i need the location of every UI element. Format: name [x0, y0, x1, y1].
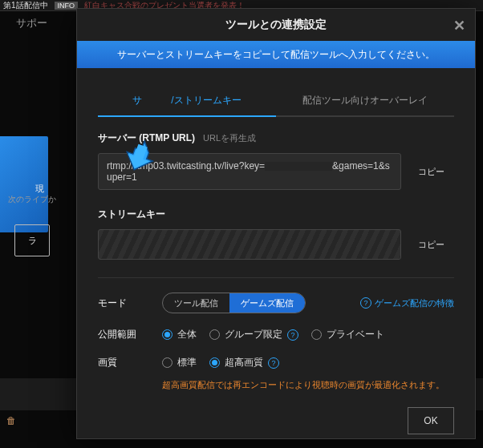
games-help-text: ゲームズ配信の特徴: [375, 297, 454, 309]
quality-high[interactable]: 超高画質?: [209, 356, 279, 369]
scope-public[interactable]: 全体: [162, 328, 197, 341]
games-help-link[interactable]: ? ゲームズ配信の特徴: [360, 297, 454, 309]
copy-server-button[interactable]: コピー: [408, 153, 454, 190]
quality-standard[interactable]: 標準: [162, 356, 197, 369]
server-label: サーバー (RTMP URL): [98, 131, 195, 145]
ok-button[interactable]: OK: [408, 407, 454, 434]
bg-heading: サポー: [16, 16, 47, 30]
tab-overlay[interactable]: 配信ツール向けオーバーレイ: [276, 86, 454, 117]
quality-label: 画質: [98, 356, 162, 369]
streamkey-section: ストリームキー: [98, 208, 454, 221]
modal-info-banner: サーバーとストリームキーをコピーして配信ツールへ入力してください。: [77, 41, 475, 68]
help-icon: ?: [360, 297, 371, 309]
trash-icon[interactable]: 🗑: [6, 415, 16, 426]
tab-stream-key[interactable]: サ /ストリームキー: [98, 86, 276, 117]
bg-side-button[interactable]: ラ: [14, 224, 50, 256]
server-section: サーバー (RTMP URL) URLを再生成: [98, 131, 454, 145]
banner-live: 第1話配信中: [3, 0, 48, 11]
copy-streamkey-button[interactable]: コピー: [408, 229, 454, 260]
tab-bar: サ /ストリームキー 配信ツール向けオーバーレイ: [98, 86, 454, 117]
redacted-key: [308, 162, 332, 171]
server-url-field[interactable]: rtmp://rtmp03.twitcasting.tv/live?key=&g…: [98, 153, 401, 190]
modal-title-bar: ツールとの連携設定 ✕: [77, 9, 475, 41]
info-tag: INFO: [55, 2, 79, 10]
streamkey-field[interactable]: [98, 229, 401, 260]
help-icon[interactable]: ?: [268, 357, 279, 369]
redacted-key: [265, 162, 308, 171]
scope-label: 公開範囲: [98, 328, 162, 341]
help-icon[interactable]: ?: [287, 329, 298, 341]
mode-label: モード: [98, 297, 162, 310]
mode-toggle: ツール配信 ゲームズ配信: [162, 293, 306, 313]
quality-note: 超高画質配信では再エンコードにより視聴時の画質が最適化されます。: [162, 379, 454, 391]
scope-private[interactable]: プライベート: [311, 328, 384, 341]
mode-games[interactable]: ゲームズ配信: [229, 293, 305, 313]
close-icon[interactable]: ✕: [453, 17, 465, 34]
bg-side-t1: 現: [35, 183, 44, 195]
scope-group[interactable]: グループ限定?: [209, 328, 298, 341]
regenerate-url-link[interactable]: URLを再生成: [203, 132, 256, 144]
streamkey-label: ストリームキー: [98, 208, 165, 221]
bg-side-t2: 次のライブか: [8, 194, 56, 205]
settings-modal: ツールとの連携設定 ✕ サーバーとストリームキーをコピーして配信ツールへ入力して…: [76, 8, 476, 439]
mode-tool[interactable]: ツール配信: [163, 293, 229, 313]
modal-title: ツールとの連携設定: [225, 18, 327, 32]
